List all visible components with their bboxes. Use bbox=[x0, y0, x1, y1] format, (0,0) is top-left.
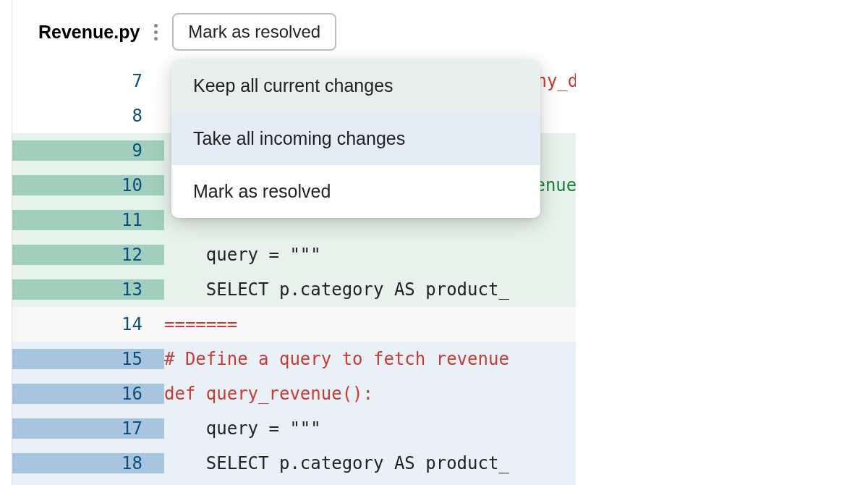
code-text: def query_revenue(): bbox=[164, 384, 576, 404]
code-line: 18 SELECT p.category AS product_ bbox=[12, 446, 576, 481]
conflict-actions-dropdown: Keep all current changes Take all incomi… bbox=[171, 59, 540, 218]
file-header: Revenue.py Mark as resolved bbox=[12, 0, 576, 64]
kebab-menu-icon[interactable] bbox=[150, 20, 162, 45]
line-number: 9 bbox=[12, 140, 164, 161]
keep-current-option[interactable]: Keep all current changes bbox=[171, 59, 540, 112]
line-number: 14 bbox=[12, 314, 164, 334]
code-text: # Define a query to fetch revenue bbox=[164, 349, 576, 369]
code-text: SELECT p.category AS product_ bbox=[164, 453, 576, 473]
code-line: 12 query = """ bbox=[12, 237, 576, 272]
line-number: 15 bbox=[12, 349, 164, 369]
filename: Revenue.py bbox=[38, 22, 140, 43]
line-number: 18 bbox=[12, 453, 164, 473]
code-text: query = """ bbox=[164, 418, 576, 439]
line-number: 7 bbox=[12, 71, 164, 91]
code-text: ======= bbox=[164, 314, 576, 334]
code-line: 16 def query_revenue(): bbox=[12, 376, 576, 411]
line-number: 17 bbox=[12, 418, 164, 439]
mark-resolved-button[interactable]: Mark as resolved bbox=[172, 13, 336, 51]
mark-resolved-option[interactable]: Mark as resolved bbox=[171, 165, 540, 218]
line-number: 16 bbox=[12, 384, 164, 404]
code-line: 15 # Define a query to fetch revenue bbox=[12, 342, 576, 376]
line-number: 12 bbox=[12, 245, 164, 265]
code-text: SELECT p.category AS product_ bbox=[164, 279, 576, 300]
line-number: 11 bbox=[12, 210, 164, 230]
line-number: 8 bbox=[12, 106, 164, 126]
line-number: 10 bbox=[12, 175, 164, 195]
code-text: query = """ bbox=[164, 245, 576, 265]
code-line: 19 >>>>>>> Stashed changes bbox=[12, 481, 576, 485]
line-number: 13 bbox=[12, 279, 164, 300]
code-line: 14 ======= bbox=[12, 307, 576, 342]
take-incoming-option[interactable]: Take all incoming changes bbox=[171, 112, 540, 165]
code-line: 17 query = """ bbox=[12, 411, 576, 446]
code-line: 13 SELECT p.category AS product_ bbox=[12, 272, 576, 307]
